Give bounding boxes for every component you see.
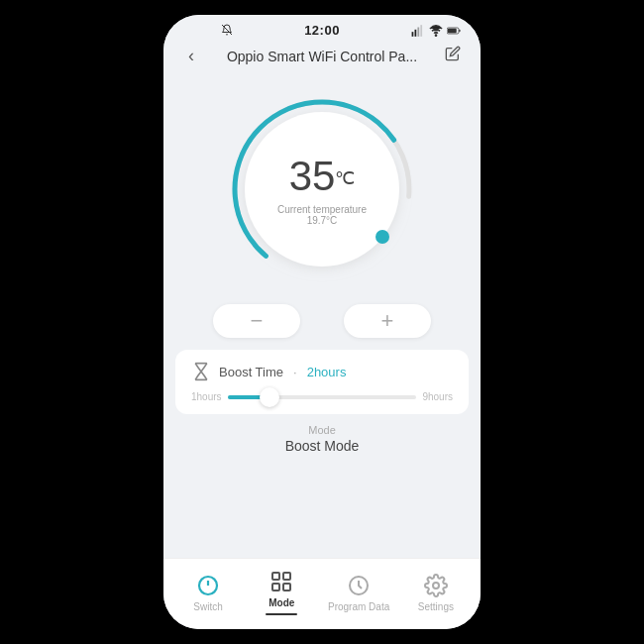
settings-nav-label: Settings: [418, 601, 454, 612]
boost-card: Boost Time · 2hours 1hours 9hours: [175, 350, 469, 414]
switch-nav-icon: [195, 573, 221, 598]
slider-thumb[interactable]: [260, 387, 279, 407]
svg-rect-1: [412, 32, 414, 37]
temp-number: 35: [289, 153, 336, 199]
svg-rect-15: [272, 573, 279, 580]
back-button[interactable]: ‹: [179, 46, 203, 66]
signal-icon: [411, 24, 425, 38]
mode-header-label: Mode: [163, 424, 481, 436]
svg-point-20: [433, 583, 439, 589]
phone-frame: 12:00: [163, 15, 481, 629]
decrease-icon: −: [251, 308, 264, 334]
current-temperature: Current temperature 19.7°C: [272, 204, 372, 226]
temperature-value: 35℃: [272, 153, 372, 200]
svg-point-12: [376, 230, 389, 244]
boost-header: Boost Time · 2hours: [191, 362, 453, 381]
boost-slider[interactable]: [228, 395, 417, 399]
settings-nav-icon: [423, 573, 449, 598]
page-title: Oppio Smart WiFi Control Pa...: [203, 49, 441, 64]
slider-max-label: 9hours: [422, 391, 453, 402]
nav-switch[interactable]: Switch: [181, 573, 236, 612]
mode-nav-icon: [268, 569, 294, 594]
main-content: 35℃ Current temperature 19.7°C − +: [163, 74, 481, 558]
wifi-icon: [429, 24, 443, 38]
temp-unit: ℃: [335, 168, 355, 188]
thermostat-widget[interactable]: 35℃ Current temperature 19.7°C: [223, 90, 421, 288]
svg-rect-8: [459, 29, 460, 32]
switch-nav-label: Switch: [193, 601, 222, 612]
nav-program[interactable]: Program Data: [328, 573, 389, 612]
slider-fill: [228, 395, 262, 399]
svg-rect-3: [417, 27, 419, 36]
decrease-button[interactable]: −: [213, 304, 300, 338]
boost-slider-row: 1hours 9hours: [191, 391, 453, 402]
mode-nav-label: Mode: [268, 597, 294, 608]
active-indicator: [266, 613, 297, 615]
program-nav-label: Program Data: [328, 601, 389, 612]
svg-rect-16: [283, 573, 290, 580]
mode-section: Mode Boost Mode: [163, 414, 481, 458]
svg-rect-17: [272, 584, 279, 590]
mode-value: Boost Mode: [163, 438, 481, 454]
header: ‹ Oppio Smart WiFi Control Pa...: [163, 42, 481, 74]
temperature-controls: − +: [213, 304, 431, 338]
status-icons: [411, 24, 461, 38]
boost-separator: ·: [293, 365, 297, 379]
battery-icon: [447, 24, 461, 38]
nav-settings[interactable]: Settings: [408, 573, 463, 612]
svg-rect-2: [415, 29, 417, 36]
increase-button[interactable]: +: [344, 304, 431, 338]
status-time: 12:00: [304, 23, 340, 38]
slider-min-label: 1hours: [191, 391, 222, 402]
svg-point-5: [435, 34, 436, 35]
svg-rect-4: [420, 25, 422, 37]
svg-rect-7: [448, 28, 457, 33]
increase-icon: +: [381, 308, 394, 334]
bottom-nav: Switch Mode Program: [163, 558, 481, 629]
hourglass-icon: [191, 362, 211, 381]
edit-button[interactable]: [441, 46, 465, 66]
program-nav-icon: [346, 573, 372, 598]
boost-title: Boost Time: [219, 365, 283, 379]
boost-duration: 2hours: [307, 365, 347, 379]
nav-mode[interactable]: Mode: [255, 569, 309, 615]
svg-rect-18: [283, 584, 290, 590]
thermostat-display: 35℃ Current temperature 19.7°C: [272, 153, 372, 226]
status-bar: 12:00: [163, 15, 481, 42]
notification-bell-icon: [221, 22, 233, 40]
